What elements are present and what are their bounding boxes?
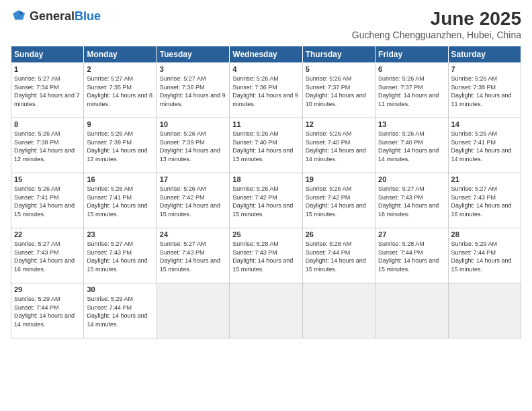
day-number: 12 [306,120,372,128]
table-row: 9Sunrise: 5:26 AMSunset: 7:39 PMDaylight… [84,118,157,173]
col-saturday: Saturday [448,46,521,63]
cell-info: Sunrise: 5:26 AMSunset: 7:36 PMDaylight:… [232,75,299,108]
table-row: 11Sunrise: 5:26 AMSunset: 7:40 PMDayligh… [230,118,302,173]
day-number: 16 [87,175,153,183]
table-row: 2Sunrise: 5:27 AMSunset: 7:35 PMDaylight… [84,63,157,118]
table-row: 14Sunrise: 5:26 AMSunset: 7:41 PMDayligh… [448,118,521,173]
table-row: 16Sunrise: 5:26 AMSunset: 7:41 PMDayligh… [84,173,157,228]
location-title: Gucheng Chengguanzhen, Hubei, China [352,30,521,40]
table-row: 13Sunrise: 5:26 AMSunset: 7:40 PMDayligh… [375,118,448,173]
cell-info: Sunrise: 5:26 AMSunset: 7:42 PMDaylight:… [232,185,299,218]
month-title: June 2025 [352,8,521,30]
day-number: 23 [87,230,153,238]
day-number: 7 [451,65,518,73]
day-number: 25 [232,230,299,238]
cell-info: Sunrise: 5:29 AMSunset: 7:44 PMDaylight:… [451,240,518,273]
cell-info: Sunrise: 5:28 AMSunset: 7:43 PMDaylight:… [232,240,299,273]
cell-info: Sunrise: 5:26 AMSunset: 7:41 PMDaylight:… [14,185,81,218]
table-row: 22Sunrise: 5:27 AMSunset: 7:43 PMDayligh… [11,228,84,283]
table-row [230,283,302,338]
table-row: 10Sunrise: 5:26 AMSunset: 7:39 PMDayligh… [157,118,229,173]
day-number: 15 [14,175,81,183]
day-number: 28 [451,230,518,238]
calendar-header-row: Sunday Monday Tuesday Wednesday Thursday… [11,46,521,63]
table-row: 21Sunrise: 5:27 AMSunset: 7:43 PMDayligh… [448,173,521,228]
table-row: 17Sunrise: 5:26 AMSunset: 7:42 PMDayligh… [157,173,229,228]
cell-info: Sunrise: 5:27 AMSunset: 7:43 PMDaylight:… [451,185,518,218]
cell-info: Sunrise: 5:27 AMSunset: 7:43 PMDaylight:… [14,240,81,273]
day-number: 24 [160,230,226,238]
cell-info: Sunrise: 5:26 AMSunset: 7:38 PMDaylight:… [451,75,518,108]
logo: GeneralBlue [11,8,101,24]
day-number: 8 [14,120,81,128]
cell-info: Sunrise: 5:27 AMSunset: 7:36 PMDaylight:… [160,75,226,108]
table-row [375,283,448,338]
table-row: 30Sunrise: 5:29 AMSunset: 7:44 PMDayligh… [84,283,157,338]
table-row: 25Sunrise: 5:28 AMSunset: 7:43 PMDayligh… [230,228,302,283]
day-number: 29 [14,285,81,293]
logo-icon [11,8,27,24]
day-number: 10 [160,120,226,128]
cell-info: Sunrise: 5:26 AMSunset: 7:39 PMDaylight:… [160,130,226,163]
day-number: 18 [232,175,299,183]
col-thursday: Thursday [302,46,375,63]
cell-info: Sunrise: 5:28 AMSunset: 7:44 PMDaylight:… [378,240,445,273]
cell-info: Sunrise: 5:26 AMSunset: 7:39 PMDaylight:… [87,130,153,163]
day-number: 17 [160,175,226,183]
table-row: 19Sunrise: 5:26 AMSunset: 7:42 PMDayligh… [302,173,375,228]
col-tuesday: Tuesday [157,46,229,63]
table-row [302,283,375,338]
calendar-week-row: 22Sunrise: 5:27 AMSunset: 7:43 PMDayligh… [11,228,521,283]
title-block: June 2025 Gucheng Chengguanzhen, Hubei, … [352,8,521,40]
table-row: 20Sunrise: 5:27 AMSunset: 7:43 PMDayligh… [375,173,448,228]
day-number: 26 [306,230,372,238]
day-number: 3 [160,65,226,73]
day-number: 9 [87,120,153,128]
table-row: 27Sunrise: 5:28 AMSunset: 7:44 PMDayligh… [375,228,448,283]
col-wednesday: Wednesday [230,46,302,63]
day-number: 6 [378,65,445,73]
table-row: 6Sunrise: 5:26 AMSunset: 7:37 PMDaylight… [375,63,448,118]
table-row: 29Sunrise: 5:29 AMSunset: 7:44 PMDayligh… [11,283,84,338]
day-number: 21 [451,175,518,183]
cell-info: Sunrise: 5:26 AMSunset: 7:37 PMDaylight:… [306,75,372,108]
day-number: 1 [14,65,81,73]
calendar-week-row: 15Sunrise: 5:26 AMSunset: 7:41 PMDayligh… [11,173,521,228]
cell-info: Sunrise: 5:28 AMSunset: 7:44 PMDaylight:… [306,240,372,273]
cell-info: Sunrise: 5:27 AMSunset: 7:43 PMDaylight:… [160,240,226,273]
cell-info: Sunrise: 5:27 AMSunset: 7:43 PMDaylight:… [87,240,153,273]
day-number: 27 [378,230,445,238]
cell-info: Sunrise: 5:26 AMSunset: 7:40 PMDaylight:… [306,130,372,163]
table-row: 24Sunrise: 5:27 AMSunset: 7:43 PMDayligh… [157,228,229,283]
day-number: 5 [306,65,372,73]
table-row: 5Sunrise: 5:26 AMSunset: 7:37 PMDaylight… [302,63,375,118]
day-number: 30 [87,285,153,293]
calendar-table: Sunday Monday Tuesday Wednesday Thursday… [11,46,521,338]
day-number: 2 [87,65,153,73]
logo-text: GeneralBlue [30,9,101,24]
table-row: 23Sunrise: 5:27 AMSunset: 7:43 PMDayligh… [84,228,157,283]
col-friday: Friday [375,46,448,63]
calendar-week-row: 8Sunrise: 5:26 AMSunset: 7:38 PMDaylight… [11,118,521,173]
cell-info: Sunrise: 5:29 AMSunset: 7:44 PMDaylight:… [87,295,153,328]
day-number: 14 [451,120,518,128]
cell-info: Sunrise: 5:26 AMSunset: 7:37 PMDaylight:… [378,75,445,108]
cell-info: Sunrise: 5:27 AMSunset: 7:35 PMDaylight:… [87,75,153,108]
table-row: 28Sunrise: 5:29 AMSunset: 7:44 PMDayligh… [448,228,521,283]
day-number: 13 [378,120,445,128]
cell-info: Sunrise: 5:26 AMSunset: 7:41 PMDaylight:… [451,130,518,163]
day-number: 19 [306,175,372,183]
cell-info: Sunrise: 5:26 AMSunset: 7:42 PMDaylight:… [306,185,372,218]
table-row [448,283,521,338]
day-number: 20 [378,175,445,183]
table-row: 3Sunrise: 5:27 AMSunset: 7:36 PMDaylight… [157,63,229,118]
day-number: 22 [14,230,81,238]
cell-info: Sunrise: 5:27 AMSunset: 7:43 PMDaylight:… [378,185,445,218]
table-row: 8Sunrise: 5:26 AMSunset: 7:38 PMDaylight… [11,118,84,173]
table-row [157,283,229,338]
col-monday: Monday [84,46,157,63]
table-row: 15Sunrise: 5:26 AMSunset: 7:41 PMDayligh… [11,173,84,228]
cell-info: Sunrise: 5:27 AMSunset: 7:34 PMDaylight:… [14,75,81,108]
table-row: 26Sunrise: 5:28 AMSunset: 7:44 PMDayligh… [302,228,375,283]
day-number: 4 [232,65,299,73]
